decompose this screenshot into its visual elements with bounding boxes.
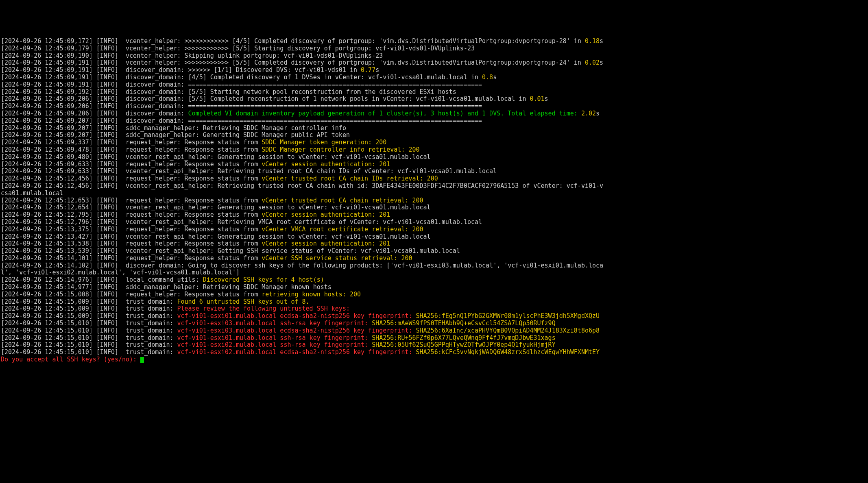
log-level: [INFO]	[96, 95, 118, 102]
log-line: [2024-09-26 12:45:14,101] [INFO] request…	[1, 255, 867, 262]
log-level: [INFO]	[96, 110, 118, 117]
log-segment: vcf-vi01-esxi03.mulab.local ssh-rsa key …	[177, 320, 372, 327]
log-segment: Please review the following untrusted SS…	[177, 305, 350, 312]
timestamp: [2024-09-26 12:45:09,207]	[1, 117, 93, 124]
log-level: [INFO]	[96, 204, 118, 211]
log-segment: Generating session to vCenter: vcf-vi01-…	[214, 204, 431, 211]
log-segment: Response status from	[181, 211, 262, 218]
log-segment: Found 6 untrusted SSH keys out of 8.	[177, 298, 310, 305]
log-line: [2024-09-26 12:45:09,191] [INFO] discove…	[1, 81, 867, 89]
log-line: [2024-09-26 12:45:09,190] [INFO] vcenter…	[1, 52, 867, 60]
log-segment: Getting SSH service status of vCenter: v…	[214, 247, 460, 255]
log-module: discover_domain:	[126, 66, 185, 74]
log-segment: l', 'vcf-vi01-esxi02.mulab.local', 'vcf-…	[1, 269, 240, 276]
log-segment: Going to discover ssh keys of the follow…	[185, 262, 604, 269]
log-line: [2024-09-26 12:45:09,206] [INFO] discove…	[1, 110, 867, 117]
log-line: [2024-09-26 12:45:15,010] [INFO] trust_d…	[1, 349, 867, 356]
log-segment: vcf-vi01-esxi01.mulab.local ecdsa-sha2-n…	[177, 312, 416, 320]
log-level: [INFO]	[96, 283, 118, 291]
log-module: trust_domain:	[126, 320, 173, 327]
log-level: [INFO]	[96, 146, 118, 153]
log-segment: Completed VI domain inventory payload ge…	[188, 110, 581, 117]
log-line: [2024-09-26 12:45:15,009] [INFO] trust_d…	[1, 298, 867, 306]
timestamp: [2024-09-26 12:45:14,976]	[1, 276, 93, 283]
log-line: [2024-09-26 12:45:15,009] [INFO] trust_d…	[1, 305, 867, 313]
timestamp: [2024-09-26 12:45:13,375]	[1, 226, 93, 233]
log-level: [INFO]	[96, 66, 118, 74]
timestamp: [2024-09-26 12:45:15,009]	[1, 312, 93, 320]
log-segment: Skipping uplink portgroup: vcf-vi01-vds0…	[181, 52, 383, 59]
timestamp: [2024-09-26 12:45:15,010]	[1, 320, 93, 327]
log-line: [2024-09-26 12:45:12,456] [INFO] request…	[1, 175, 867, 183]
log-module: vcenter_rest_api_helper:	[126, 247, 214, 255]
log-module: request_helper:	[126, 197, 181, 204]
timestamp: [2024-09-26 12:45:09,633]	[1, 161, 93, 168]
log-level: [INFO]	[96, 240, 118, 247]
log-segment	[185, 110, 188, 117]
log-module: discover_domain:	[126, 88, 185, 96]
log-level: [INFO]	[96, 276, 118, 283]
log-module: sddc_manager_helper:	[126, 124, 199, 132]
log-module: vcenter_helper:	[126, 37, 181, 45]
timestamp: [2024-09-26 12:45:13,538]	[1, 240, 93, 247]
log-line: [2024-09-26 12:45:09,207] [INFO] sddc_ma…	[1, 132, 867, 139]
timestamp: [2024-09-26 12:45:13,539]	[1, 247, 93, 255]
log-segment: s	[493, 74, 497, 81]
timestamp: [2024-09-26 12:45:09,206]	[1, 110, 93, 117]
timestamp: [2024-09-26 12:45:09,337]	[1, 139, 93, 146]
log-segment: SDDC Manager token generation: 200	[262, 139, 386, 146]
log-level: [INFO]	[96, 45, 118, 52]
log-line: [2024-09-26 12:45:09,480] [INFO] vcenter…	[1, 154, 867, 161]
log-line: [2024-09-26 12:45:13,538] [INFO] request…	[1, 240, 867, 248]
timestamp: [2024-09-26 12:45:09,191]	[1, 59, 93, 66]
log-module: discover_domain:	[126, 95, 185, 102]
log-segment: Response status from	[181, 255, 262, 262]
log-module: request_helper:	[126, 161, 181, 168]
log-line: [2024-09-26 12:45:09,207] [INFO] discove…	[1, 117, 867, 125]
timestamp: [2024-09-26 12:45:15,009]	[1, 298, 93, 305]
log-level: [INFO]	[96, 139, 118, 146]
log-line: csa01.mulab.local	[1, 190, 867, 197]
timestamp: [2024-09-26 12:45:14,101]	[1, 255, 93, 262]
log-segment: ========================================…	[185, 102, 482, 110]
log-level: [INFO]	[96, 37, 118, 45]
log-segment: vCenter session authentication: 201	[262, 240, 390, 247]
log-segment: Response status from	[181, 161, 262, 168]
log-level: [INFO]	[96, 81, 118, 88]
timestamp: [2024-09-26 12:45:09,191]	[1, 66, 93, 74]
log-segment: vCenter SSH service status retrieval: 20…	[262, 255, 412, 262]
log-line: [2024-09-26 12:45:12,795] [INFO] request…	[1, 211, 867, 219]
terminal-output[interactable]: [2024-09-26 12:45:09,172] [INFO] vcenter…	[0, 36, 868, 365]
log-line: [2024-09-26 12:45:12,653] [INFO] request…	[1, 197, 867, 205]
log-level: [INFO]	[96, 262, 118, 269]
timestamp: [2024-09-26 12:45:14,977]	[1, 283, 93, 291]
log-line: [2024-09-26 12:45:09,633] [INFO] vcenter…	[1, 168, 867, 175]
log-level: [INFO]	[96, 153, 118, 161]
log-segment: ========================================…	[185, 81, 482, 88]
log-module: request_helper:	[126, 255, 181, 262]
ssh-accept-prompt[interactable]: Do you accept all SSH keys? (yes/no):	[1, 356, 867, 363]
log-segment: vcf-vi01-esxi03.mulab.local ecdsa-sha2-n…	[177, 327, 416, 334]
timestamp: [2024-09-26 12:45:09,206]	[1, 102, 93, 110]
log-segment: s	[600, 59, 603, 66]
log-segment: Retrieving trusted root CA chain with id…	[214, 182, 603, 189]
log-segment: 0.02	[585, 59, 600, 66]
log-segment	[173, 312, 177, 320]
log-segment: SHA256:mAeWS9fPS0TEHAbh9Q+eCsvCcl54ZSA7L…	[372, 320, 556, 327]
log-segment	[173, 327, 177, 334]
log-segment: 0.77	[361, 66, 375, 74]
log-segment: vCenter trusted root CA chain retrieval:…	[262, 197, 423, 204]
timestamp: [2024-09-26 12:45:15,010]	[1, 341, 93, 348]
log-level: [INFO]	[96, 168, 118, 175]
log-segment: Response status from	[181, 139, 262, 146]
timestamp: [2024-09-26 12:45:12,456]	[1, 182, 93, 189]
log-module: request_helper:	[126, 175, 181, 182]
log-segment: 2.02	[581, 110, 596, 117]
log-level: [INFO]	[96, 298, 118, 305]
log-line: l', 'vcf-vi01-esxi02.mulab.local', 'vcf-…	[1, 269, 867, 276]
log-segment: retrieving known hosts: 200	[262, 291, 361, 298]
log-line: [2024-09-26 12:45:09,207] [INFO] sddc_ma…	[1, 125, 867, 132]
timestamp: [2024-09-26 12:45:12,654]	[1, 204, 93, 211]
log-level: [INFO]	[96, 334, 118, 342]
log-module: sddc_manager_helper:	[126, 283, 199, 291]
